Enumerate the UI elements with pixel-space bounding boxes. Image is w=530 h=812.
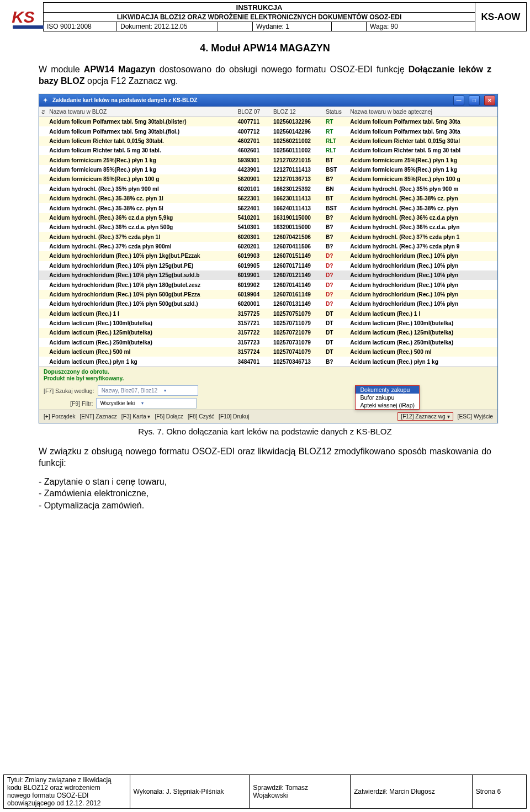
status-message-bar: Dopuszczony do obrotu. Produkt nie był w… [39,367,497,385]
app-window: ✦ Zakładanie kart leków na podstawie dan… [39,94,498,424]
maximize-button[interactable]: □ [469,95,480,105]
table-row[interactable]: Acidum hydrochloridum (Rec.) 10% płyn 12… [39,261,497,270]
header-subtitle: LIKWIDACJA BLOZ12 ORAZ WDROŻENIE ELEKTRO… [44,13,475,22]
table-row[interactable]: Acidum lacticum (Rec.) 100ml(butelka)315… [39,319,497,328]
status-message-2: Produkt nie był weryfikowany. [44,375,493,383]
footer-c1d: obowiązującego od 12.12. 2012 [7,799,126,807]
filter-combo[interactable]: Wszystkie leki ▾ [96,398,197,408]
btn-zaznacz-wg[interactable]: [F12] Zaznacz wg ▾ [398,412,453,421]
header-blank1 [218,22,253,31]
col-bloz7-header[interactable]: BLOZ 07 [235,107,271,116]
table-row[interactable]: Acidum hydrochloridum (Rec.) 10% płyn 50… [39,299,497,309]
table-row[interactable]: Acidum formicicum 85%(Rec.) płyn 100 g56… [39,174,497,184]
header-title: INSTRUKCJA [44,3,475,13]
col-bloz12-header[interactable]: BLOZ 12 [271,107,324,116]
bullet-list: - Zapytanie o stan i cenę towaru, - Zamó… [39,476,491,512]
chevron-down-icon: ▾ [138,401,146,406]
col-status-header[interactable]: Status [324,107,348,116]
document-footer: Tytuł: Zmiany związane z likwidacją kodu… [0,774,530,809]
header-weight: Waga: 90 [367,22,475,31]
footer-c1a: Tytuł: Zmiany związane z likwidacją [7,776,126,784]
footer-title-cell: Tytuł: Zmiany związane z likwidacją kodu… [4,775,130,809]
table-row[interactable]: Acidum hydrochl. (Rec.) 35-38% cz. płyn … [39,203,497,213]
bottom-toolbar: [+] Porządek [ENT] Zaznacz [F3] Karta ▾ … [39,410,497,423]
search-placeholder: Nazwy, Bloz07, Bloz12 [102,388,158,394]
btn-print[interactable]: [F10] Drukuj [219,413,249,420]
status-message-1: Dopuszczony do obrotu. [44,369,493,376]
search-combo[interactable]: Nazwy, Bloz07, Bloz12 ▾ [98,385,198,396]
header-edition: Wydanie: 1 [253,22,332,31]
bullet-3: - Optymalizacja zamówień. [39,500,491,512]
col-name-header[interactable]: Nazwa towaru w BLOZ [47,107,235,116]
footer-c3b: Wojakowski [253,792,347,799]
footer-c3a: Sprawdził: Tomasz [253,784,347,792]
footer-approved-cell: Zatwierdził: Marcin Długosz [350,775,472,809]
zaznacz-popup[interactable]: Dokumenty zakupu Bufor zakupu Apteki wła… [355,385,420,410]
table-row[interactable]: Acidum formicicum 85%(Rec.) płyn 1 kg442… [39,165,497,174]
btn-clear[interactable]: [F8] Czyść [188,413,214,420]
btn-select[interactable]: [ENT] Zaznacz [80,413,116,420]
post-paragraph: W związku z obsługą nowego formatu OSOZ-… [39,446,491,469]
screenshot-wrapper: ✦ Zakładanie kart leków na podstawie dan… [39,94,491,424]
bullet-1: - Zapytanie o stan i cenę towaru, [39,476,491,488]
filter-value: Wszystkie leki [100,400,135,406]
btn-exit[interactable]: [ESC] Wyjście [458,413,493,420]
btn-attach[interactable]: [F5] Dołącz [155,413,183,420]
intro-paragraph: W module APW14 Magazyn dostosowano do ob… [39,64,491,87]
table-row[interactable]: Acidum folicum Polfarmex tabl. 5mg 30tab… [39,126,497,136]
footer-page-cell: Strona 6 [472,775,526,809]
table-row[interactable]: Acidum hydrochl. (Rec.) 37% czda płyn 1l… [39,232,497,241]
popup-apteki-wlasnej[interactable]: Apteki własnej (iRap) [356,401,419,409]
popup-bufor-zakupu[interactable]: Bufor zakupu [356,394,419,401]
minimize-button[interactable]: — [453,95,464,105]
table-row[interactable]: Acidum lacticum (Rec.) 250ml(butelka)315… [39,338,497,347]
table-row[interactable]: Acidum hydrochl. (Rec.) 36% cz.d.a płyn … [39,213,497,222]
document-header: KS INSTRUKCJA LIKWIDACJA BLOZ12 ORAZ WDR… [0,0,530,31]
table-row[interactable]: Acidum lacticum (Rec.) 125ml(butelka)315… [39,328,497,337]
close-button[interactable]: ✕ [484,95,495,105]
window-title: Zakładanie kart leków na podstawie danyc… [52,97,197,103]
section-title: 4. Moduł APW14 MAGAZYN [39,43,491,54]
search-label: [F7] Szukaj według: [44,388,94,394]
table-row[interactable]: Acidum formicicum 25%(Rec.) płyn 1 kg593… [39,155,497,164]
filter-row: [F9] Filtr: Wszystkie leki ▾ [39,397,497,410]
table-row[interactable]: Acidum hydrochl. (Rec.) 35-38% cz. płyn … [39,194,497,203]
btn-sort[interactable]: [+] Porządek [44,413,75,420]
col-idx-header[interactable]: Ƨ [39,107,47,116]
header-info-table: INSTRUKCJA LIKWIDACJA BLOZ12 ORAZ WDROŻE… [43,2,475,31]
header-iso: ISO 9001:2008 [44,22,117,31]
table-row[interactable]: Acidum folicum Polfarmex tabl. 5mg 30tab… [39,116,497,126]
header-document: Dokument: 2012.12.05 [117,22,218,31]
intro-b: APW14 Magazyn [84,65,156,74]
table-row[interactable]: Acidum folicum Richter tabl. 5 mg 30 tab… [39,146,497,155]
footer-checked-cell: Sprawdził: Tomasz Wojakowski [250,775,351,809]
logo-icon: KS [12,8,35,26]
figure-caption: Rys. 7. Okno dołączania kart leków na po… [39,427,491,436]
table-row[interactable]: Acidum hydrochloridum (Rec.) 10% płyn 12… [39,270,497,280]
logo-text: KS [12,8,35,26]
table-row[interactable]: Acidum hydrochl. (Rec.) 36% cz.d.a. płyn… [39,222,497,232]
table-row[interactable]: Acidum hydrochl. (Rec.) 37% czda płyn 90… [39,242,497,251]
intro-a: W module [39,65,84,74]
table-row[interactable]: Acidum folicum Richter tabl. 0,015g 30ta… [39,136,497,146]
bullet-2: - Zamówienia elektroniczne, [39,487,491,500]
table-row[interactable]: Acidum lacticum (Rec.) 500 ml31577241025… [39,347,497,357]
table-row[interactable]: Acidum hydrochl. (Rec.) 35% płyn 900 ml6… [39,184,497,194]
header-ksaow: KS-AOW [475,2,527,31]
intro-c: dostosowano do obsługi nowego formatu OS… [156,65,409,74]
table-row[interactable]: Acidum hydrochloridum (Rec.) 10% płyn 18… [39,280,497,289]
records-table[interactable]: Ƨ Nazwa towaru w BLOZ BLOZ 07 BLOZ 12 St… [39,107,497,367]
search-row: [F7] Szukaj według: Nazwy, Bloz07, Bloz1… [39,384,497,397]
table-row[interactable]: Acidum lacticum (Rec.) 1 l31577251025707… [39,309,497,318]
table-row[interactable]: Acidum hydrochloridum (Rec.) 10% płyn 50… [39,290,497,299]
popup-dokumenty-zakupu[interactable]: Dokumenty zakupu [356,386,419,394]
table-row[interactable]: Acidum hydrochloridum (Rec.) 10% płyn 1k… [39,251,497,261]
footer-author-cell: Wykonała: J. Stępniak-Pilśniak [130,775,250,809]
chevron-down-icon: ▾ [161,388,169,393]
window-titlebar[interactable]: ✦ Zakładanie kart leków na podstawie dan… [39,94,497,107]
intro-e: opcja F12 Zaznacz wg. [85,76,178,86]
col-apteka-header[interactable]: Nazwa towaru w bazie aptecznej [348,107,497,116]
filter-label: [F9] Filtr: [70,400,93,407]
table-row[interactable]: Acidum lacticum (Rec.) płyn 1 kg34847011… [39,357,497,366]
btn-card[interactable]: [F3] Karta ▾ [121,413,151,420]
